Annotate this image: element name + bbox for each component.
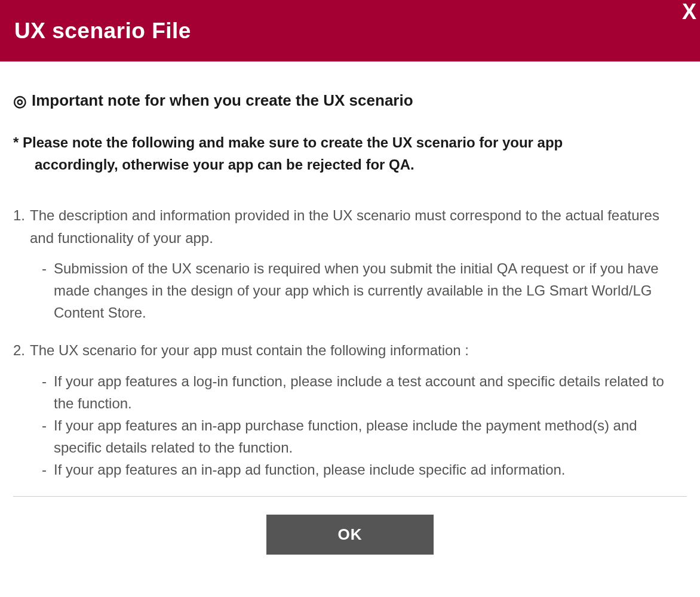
- dialog-header: UX scenario File X: [0, 0, 700, 61]
- sub-list-item: If your app features an in-app ad functi…: [30, 458, 687, 481]
- sub-list-item: If your app features a log-in function, …: [30, 370, 687, 414]
- sub-list-item: Submission of the UX scenario is require…: [30, 257, 687, 324]
- sub-list: Submission of the UX scenario is require…: [30, 257, 687, 324]
- warning-line1: Please note the following and make sure …: [23, 134, 563, 150]
- button-row: OK: [13, 515, 687, 555]
- sub-list: If your app features a log-in function, …: [30, 370, 687, 481]
- dialog-content: ◎ Important note for when you create the…: [0, 61, 700, 555]
- divider: [13, 496, 687, 497]
- note-heading-text: Important note for when you create the U…: [32, 91, 413, 110]
- list-item-text: The UX scenario for your app must contai…: [30, 342, 469, 358]
- requirements-list: The description and information provided…: [13, 204, 687, 481]
- ok-button[interactable]: OK: [266, 515, 434, 555]
- list-item-text: The description and information provided…: [30, 207, 659, 245]
- bullseye-icon: ◎: [13, 93, 27, 109]
- list-item: The description and information provided…: [13, 204, 687, 324]
- sub-list-item: If your app features an in-app purchase …: [30, 414, 687, 458]
- note-heading: ◎ Important note for when you create the…: [13, 91, 687, 110]
- dialog-title: UX scenario File: [14, 19, 191, 44]
- warning-line2: accordingly, otherwise your app can be r…: [23, 153, 687, 176]
- close-icon[interactable]: X: [682, 1, 696, 23]
- warning-note: * Please note the following and make sur…: [13, 131, 687, 176]
- warning-prefix: *: [13, 134, 19, 150]
- list-item: The UX scenario for your app must contai…: [13, 339, 687, 481]
